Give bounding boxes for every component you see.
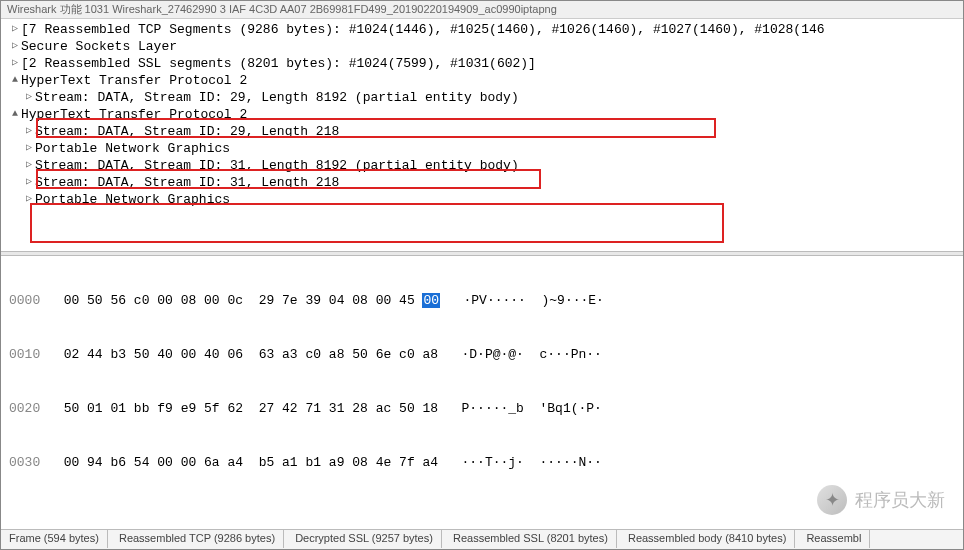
window-titlebar: Wireshark 功能 1031 Wireshark_27462990 3 I…: [1, 1, 963, 19]
expander-open-icon[interactable]: ▲: [9, 105, 21, 122]
tree-row[interactable]: ▷Stream: DATA, Stream ID: 31, Length 819…: [9, 157, 963, 174]
hex-dump-pane[interactable]: 0000 00 50 56 c0 00 08 00 0c 29 7e 39 04…: [1, 256, 963, 496]
tree-row[interactable]: ▷Stream: DATA, Stream ID: 29, Length 819…: [9, 89, 963, 106]
tree-row-text: Portable Network Graphics: [35, 192, 230, 207]
expander-closed-icon[interactable]: ▷: [23, 156, 35, 173]
hex-ascii: ···T··j· ·····N··: [438, 455, 602, 470]
tree-row[interactable]: ▷Secure Sockets Layer: [9, 38, 963, 55]
tree-row-text: Stream: DATA, Stream ID: 31, Length 8192…: [35, 158, 519, 173]
expander-closed-icon[interactable]: ▷: [23, 88, 35, 105]
expander-closed-icon[interactable]: ▷: [9, 37, 21, 54]
hex-row[interactable]: 0000 00 50 56 c0 00 08 00 0c 29 7e 39 04…: [9, 292, 963, 310]
expander-closed-icon[interactable]: ▷: [9, 20, 21, 37]
expander-closed-icon[interactable]: ▷: [23, 190, 35, 207]
hex-bytes[interactable]: 50 01 01 bb f9 e9 5f 62 27 42 71 31 28 a…: [64, 401, 438, 416]
tree-row[interactable]: ▲HyperText Transfer Protocol 2: [9, 72, 963, 89]
tab-decrypted-ssl[interactable]: Decrypted SSL (9257 bytes): [287, 530, 442, 548]
tree-row[interactable]: ▷Portable Network Graphics: [9, 140, 963, 157]
tree-row-text: Stream: DATA, Stream ID: 29, Length 218: [35, 124, 339, 139]
tree-row[interactable]: ▷[2 Reassembled SSL segments (8201 bytes…: [9, 55, 963, 72]
tab-reassembled-next[interactable]: Reassembl: [798, 530, 870, 548]
expander-closed-icon[interactable]: ▷: [23, 173, 35, 190]
expander-closed-icon[interactable]: ▷: [23, 139, 35, 156]
hex-offset: 0000: [9, 293, 40, 308]
hex-ascii: ·D·P@·@· c···Pn··: [438, 347, 602, 362]
hex-bytes[interactable]: 02 44 b3 50 40 00 40 06 63 a3 c0 a8 50 6…: [64, 347, 438, 362]
tree-row-text: Stream: DATA, Stream ID: 31, Length 218: [35, 175, 339, 190]
expander-closed-icon[interactable]: ▷: [9, 54, 21, 71]
tree-row[interactable]: ▷Stream: DATA, Stream ID: 29, Length 218: [9, 123, 963, 140]
tree-row[interactable]: ▷[7 Reassembled TCP Segments (9286 bytes…: [9, 21, 963, 38]
tree-row-text: [2 Reassembled SSL segments (8201 bytes)…: [21, 56, 536, 71]
hex-offset: 0030: [9, 455, 40, 470]
bottom-tabbar[interactable]: Frame (594 bytes) Reassembled TCP (9286 …: [1, 529, 963, 549]
hex-bytes[interactable]: 00 50 56 c0 00 08 00 0c 29 7e 39 04 08 0…: [64, 293, 423, 308]
hex-ascii: P·····_b 'Bq1(·P·: [438, 401, 602, 416]
hex-row[interactable]: 0020 50 01 01 bb f9 e9 5f 62 27 42 71 31…: [9, 400, 963, 418]
tree-row[interactable]: ▲HyperText Transfer Protocol 2: [9, 106, 963, 123]
app-window: Wireshark 功能 1031 Wireshark_27462990 3 I…: [0, 0, 964, 550]
hex-offset: 0010: [9, 347, 40, 362]
tree-row-text: Stream: DATA, Stream ID: 29, Length 8192…: [35, 90, 519, 105]
tab-reassembled-tcp[interactable]: Reassembled TCP (9286 bytes): [111, 530, 284, 548]
highlight-box-icon: [30, 203, 724, 243]
tree-row-text: Portable Network Graphics: [35, 141, 230, 156]
tab-reassembled-body[interactable]: Reassembled body (8410 bytes): [620, 530, 795, 548]
tab-frame[interactable]: Frame (594 bytes): [1, 530, 108, 548]
hex-ascii: ·PV····· )~9···E·: [440, 293, 604, 308]
tree-row[interactable]: ▷Portable Network Graphics: [9, 191, 963, 208]
hex-offset: 0020: [9, 401, 40, 416]
tree-row-text: HyperText Transfer Protocol 2: [21, 73, 247, 88]
tab-reassembled-ssl[interactable]: Reassembled SSL (8201 bytes): [445, 530, 617, 548]
tree-row-text: HyperText Transfer Protocol 2: [21, 107, 247, 122]
packet-detail-tree[interactable]: ▷[7 Reassembled TCP Segments (9286 bytes…: [1, 19, 963, 251]
hex-row[interactable]: 0030 00 94 b6 54 00 00 6a a4 b5 a1 b1 a9…: [9, 454, 963, 472]
hex-bytes[interactable]: 00 94 b6 54 00 00 6a a4 b5 a1 b1 a9 08 4…: [64, 455, 438, 470]
tree-row-text: [7 Reassembled TCP Segments (9286 bytes)…: [21, 22, 825, 37]
tree-row[interactable]: ▷Stream: DATA, Stream ID: 31, Length 218: [9, 174, 963, 191]
hex-row[interactable]: 0010 02 44 b3 50 40 00 40 06 63 a3 c0 a8…: [9, 346, 963, 364]
selected-byte[interactable]: 00: [422, 293, 440, 308]
expander-open-icon[interactable]: ▲: [9, 71, 21, 88]
expander-closed-icon[interactable]: ▷: [23, 122, 35, 139]
tree-row-text: Secure Sockets Layer: [21, 39, 177, 54]
